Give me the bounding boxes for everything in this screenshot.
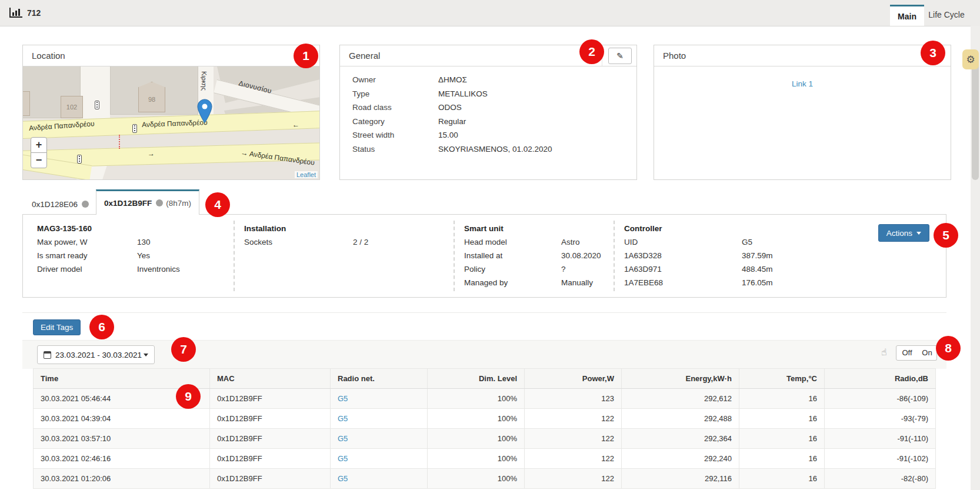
field-label: Driver model <box>37 262 137 276</box>
tab-main-label: Main <box>898 12 916 21</box>
device-tab-uptime: (8h7m) <box>166 199 191 208</box>
map-building-102: 102 <box>61 96 83 118</box>
annotation-badge-2: 2 <box>579 39 604 64</box>
edit-tags-button[interactable]: Edit Tags <box>33 319 81 335</box>
map-building-98: 98 <box>138 82 165 112</box>
col-header-dim-level[interactable]: Dim. Level <box>428 369 525 389</box>
scrollbar-track[interactable] <box>971 26 980 490</box>
cell-radio-net: G5 <box>331 429 428 449</box>
date-range-picker[interactable]: 23.03.2021 - 30.03.2021 <box>37 345 155 364</box>
cell-power: 123 <box>525 389 622 409</box>
map-building <box>23 91 30 116</box>
device-tab-label: 0x1D12B9FF <box>104 199 152 208</box>
chevron-down-icon <box>916 232 921 235</box>
field-value: 176.05m <box>742 276 773 289</box>
field-label: Installed at <box>464 249 561 262</box>
device-model-title: MAG3-135-160 <box>37 222 180 235</box>
map-arrow-left: ← <box>292 121 299 129</box>
map-street <box>81 66 110 119</box>
table-row: 30.03.2021 02:46:16 0x1D12B9FF G5 100% 1… <box>34 449 936 469</box>
cell-energy: 292,364 <box>622 429 739 449</box>
map-marker-pin[interactable] <box>197 99 212 125</box>
device-tab-0x1D128E06[interactable]: 0x1D128E06 <box>22 194 98 214</box>
field-label: Managed by <box>464 276 561 289</box>
off-button[interactable]: Off <box>896 345 918 361</box>
field-value: Regular <box>438 115 466 129</box>
on-button[interactable]: On <box>918 345 937 361</box>
col-header-radio-net[interactable]: Radio net. <box>331 369 428 389</box>
table-row: 30.03.2021 03:57:10 0x1D12B9FF G5 100% 1… <box>34 429 936 449</box>
zoom-out-button[interactable]: − <box>31 152 47 168</box>
radio-net-link[interactable]: G5 <box>338 434 348 443</box>
controller-column: Controller UIDG5 1A63D328387.59m 1A63D97… <box>624 222 773 289</box>
cell-dim-level: 100% <box>428 409 525 429</box>
field-value: ΔΗΜΟΣ <box>438 73 467 87</box>
radio-net-link[interactable]: G5 <box>338 394 348 403</box>
field-label: Status <box>352 142 438 156</box>
col-header-radio-db[interactable]: Radio,dB <box>825 369 936 389</box>
field-value: 15.00 <box>438 128 458 142</box>
cell-mac: 0x1D12B9FF <box>210 409 331 429</box>
cell-time: 30.03.2021 02:46:16 <box>34 449 210 469</box>
photo-card-title: Photo <box>654 45 951 66</box>
leaflet-attribution-link[interactable]: Leaflet <box>295 171 318 178</box>
device-tab-label: 0x1D128E06 <box>32 200 78 209</box>
cell-time: 30.03.2021 01:20:06 <box>34 469 210 489</box>
cell-radio-db: -86(-109) <box>825 389 936 409</box>
cell-energy: 292,116 <box>622 469 739 489</box>
annotation-badge-6: 6 <box>89 315 114 339</box>
field-label: Is smart ready <box>37 249 137 262</box>
map[interactable]: 102 98 Ανδρέα Παπανδρέου Ανδρέα Παπανδρέ… <box>23 66 319 179</box>
actions-button[interactable]: Actions <box>878 224 929 242</box>
traffic-light-icon <box>77 155 82 164</box>
status-dot <box>82 201 89 208</box>
gear-icon: ⚙ <box>966 54 975 66</box>
field-value: Inventronics <box>137 262 180 276</box>
smart-unit-title: Smart unit <box>464 222 601 235</box>
field-label: Sockets <box>244 235 353 249</box>
controller-title: Controller <box>624 222 773 235</box>
edit-general-button[interactable]: ✎ <box>608 48 632 64</box>
col-header-mac[interactable]: MAC <box>210 369 331 389</box>
field-label: Policy <box>464 262 561 276</box>
tab-life-cycle[interactable]: Life Cycle <box>924 5 969 26</box>
radio-net-link[interactable]: G5 <box>338 414 348 423</box>
field-value: 488.45m <box>742 262 773 276</box>
actions-button-label: Actions <box>886 229 912 238</box>
status-dot <box>156 199 163 206</box>
edit-tags-label: Edit Tags <box>41 323 73 332</box>
map-zoom-control: + − <box>31 137 47 168</box>
radio-net-link[interactable]: G5 <box>338 474 348 483</box>
lamp-counter: 712 <box>27 8 41 18</box>
device-tab-0x1D12B9FF[interactable]: 0x1D12B9FF(8h7m) <box>96 189 199 215</box>
col-header-power[interactable]: Power,W <box>525 369 622 389</box>
col-header-temp[interactable]: Temp,°C <box>739 369 825 389</box>
device-info-panel: MAG3-135-160 Max power, W130 Is smart re… <box>22 214 946 298</box>
general-card-header-actions: ✎ <box>602 45 636 66</box>
field-value: ODOS <box>438 101 462 115</box>
zoom-in-button[interactable]: + <box>31 137 47 153</box>
field-value: ? <box>561 262 566 276</box>
radio-net-link[interactable]: G5 <box>338 454 348 463</box>
field-value: 30.08.2020 <box>561 249 601 262</box>
map-dotted-line <box>119 135 120 149</box>
cell-temp: 16 <box>739 469 825 489</box>
bar-chart-icon <box>9 8 22 18</box>
traffic-light-icon <box>95 101 99 109</box>
field-value: Yes <box>137 249 150 262</box>
location-card-title: Location <box>23 45 319 66</box>
settings-gear-button[interactable]: ⚙ <box>962 49 979 69</box>
field-value: METALLIKOS <box>438 87 488 101</box>
field-label: 1A63D328 <box>624 249 742 262</box>
date-range-value: 23.03.2021 - 30.03.2021 <box>55 351 142 359</box>
photo-link-1[interactable]: Link 1 <box>654 79 951 88</box>
location-card: Location 102 98 Ανδρέα Παπανδρέου Ανδρέα… <box>22 45 320 180</box>
scrollbar-thumb[interactable] <box>972 56 979 180</box>
chevron-down-icon <box>144 354 148 356</box>
installation-column: Installation Sockets2 / 2 <box>244 222 368 249</box>
field-value: 2 / 2 <box>353 235 368 249</box>
tab-main[interactable]: Main <box>890 5 924 26</box>
col-header-energy[interactable]: Energy,kW·h <box>622 369 739 389</box>
cell-dim-level: 100% <box>428 389 525 409</box>
field-value: 387.59m <box>742 249 773 262</box>
